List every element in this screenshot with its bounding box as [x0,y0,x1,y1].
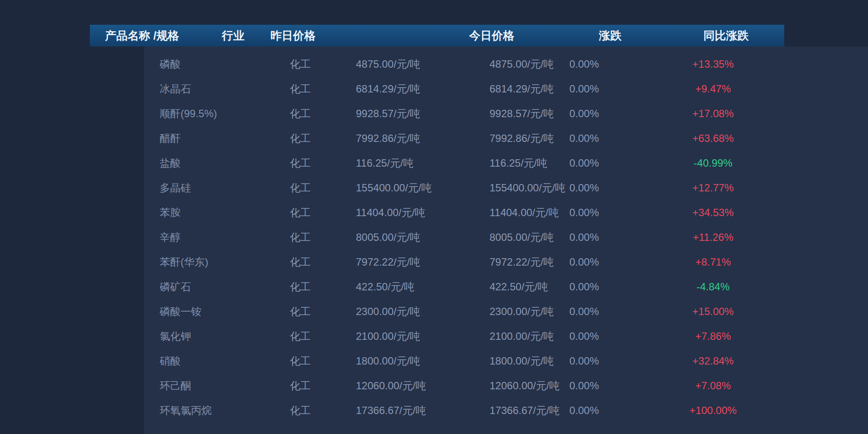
product-name-cell: 苯酐(华东) [160,250,208,274]
table-row: 顺酐(99.5%) 化工 9928.57/元/吨 9928.57/元/吨 0.0… [0,101,868,126]
yoy-change-cell: +100.00% [670,398,756,423]
industry-cell: 化工 [274,373,326,398]
yesterday-price-cell: 116.25/元/吨 [356,151,414,175]
industry-cell: 化工 [274,398,326,423]
table-row: 环氧氯丙烷 化工 17366.67/元/吨 17366.67/元/吨 0.00%… [0,398,868,423]
table-row: 盐酸 化工 116.25/元/吨 116.25/元/吨 0.00% -40.99… [0,151,868,175]
change-cell: 0.00% [558,101,610,126]
header-yesterday-price: 昨日价格 [260,25,326,46]
today-price-cell: 155400.00/元/吨 [490,175,566,200]
header-today-price: 今日价格 [459,25,524,46]
table-row: 苯酐(华东) 化工 7972.22/元/吨 7972.22/元/吨 0.00% … [0,250,868,274]
today-price-cell: 116.25/元/吨 [490,151,547,175]
yesterday-price-cell: 1800.00/元/吨 [356,349,420,373]
yoy-change-cell: +8.71% [670,250,756,274]
today-price-cell: 1800.00/元/吨 [490,349,554,373]
industry-cell: 化工 [274,250,326,274]
today-price-cell: 12060.00/元/吨 [490,373,559,398]
table-row: 醋酐 化工 7992.86/元/吨 7992.86/元/吨 0.00% +63.… [0,126,868,151]
yesterday-price-cell: 17366.67/元/吨 [356,398,426,423]
yesterday-price-cell: 6814.29/元/吨 [356,76,420,101]
header-industry: 行业 [211,25,255,46]
price-dashboard: { "page": { "background": "#1e283c", "pa… [0,0,868,434]
yesterday-price-cell: 422.50/元/吨 [356,274,414,299]
today-price-cell: 422.50/元/吨 [490,274,548,299]
change-cell: 0.00% [558,126,610,151]
change-cell: 0.00% [558,200,610,225]
yesterday-price-cell: 8005.00/元/吨 [356,225,420,250]
today-price-cell: 17366.67/元/吨 [490,398,559,423]
yoy-change-cell: +17.08% [670,101,756,126]
yesterday-price-cell: 12060.00/元/吨 [356,373,426,398]
yesterday-price-cell: 2100.00/元/吨 [356,324,420,349]
product-name-cell: 硝酸 [160,349,181,373]
industry-cell: 化工 [274,126,326,151]
product-name-cell: 磷酸 [160,52,181,76]
yesterday-price-cell: 9928.57/元/吨 [356,101,420,126]
change-cell: 0.00% [558,349,610,373]
product-name-cell: 环氧氯丙烷 [160,398,212,423]
table-row: 磷酸 化工 4875.00/元/吨 4875.00/元/吨 0.00% +13.… [0,52,868,76]
yoy-change-cell: +34.53% [670,200,756,225]
today-price-cell: 7992.86/元/吨 [490,126,554,151]
industry-cell: 化工 [274,52,326,76]
yoy-change-cell: +15.00% [670,299,756,324]
yoy-change-cell: +7.08% [670,373,756,398]
yoy-change-cell: +12.77% [670,175,756,200]
header-yoy-change: 同比涨跌 [694,25,759,46]
product-name-cell: 冰晶石 [160,76,191,101]
product-name-cell: 磷矿石 [160,274,191,299]
yoy-change-cell: +11.26% [670,225,756,250]
change-cell: 0.00% [558,225,610,250]
today-price-cell: 8005.00/元/吨 [490,225,554,250]
yoy-change-cell: -4.84% [670,274,756,299]
product-name-cell: 盐酸 [160,151,181,175]
product-name-cell: 顺酐(99.5%) [160,101,217,126]
change-cell: 0.00% [558,175,610,200]
table-row: 苯胺 化工 11404.00/元/吨 11404.00/元/吨 0.00% +3… [0,200,868,225]
yesterday-price-cell: 2300.00/元/吨 [356,299,420,324]
change-cell: 0.00% [558,52,610,76]
change-cell: 0.00% [558,324,610,349]
industry-cell: 化工 [274,200,326,225]
today-price-cell: 2100.00/元/吨 [490,324,554,349]
product-name-cell: 环己酮 [160,373,191,398]
header-change: 涨跌 [589,25,632,46]
industry-cell: 化工 [274,274,326,299]
product-name-cell: 多晶硅 [160,175,191,200]
yesterday-price-cell: 7972.22/元/吨 [356,250,420,274]
yesterday-price-cell: 155400.00/元/吨 [356,175,432,200]
yoy-change-cell: +63.68% [670,126,756,151]
today-price-cell: 4875.00/元/吨 [490,52,554,76]
table-row: 氯化钾 化工 2100.00/元/吨 2100.00/元/吨 0.00% +7.… [0,324,868,349]
yesterday-price-cell: 7992.86/元/吨 [356,126,420,151]
table-row: 环己酮 化工 12060.00/元/吨 12060.00/元/吨 0.00% +… [0,373,868,398]
change-cell: 0.00% [558,274,610,299]
product-name-cell: 磷酸一铵 [160,299,201,324]
table-row: 多晶硅 化工 155400.00/元/吨 155400.00/元/吨 0.00%… [0,175,868,200]
industry-cell: 化工 [274,349,326,373]
table-row: 磷矿石 化工 422.50/元/吨 422.50/元/吨 0.00% -4.84… [0,274,868,299]
product-name-cell: 氯化钾 [160,324,191,349]
table-rows: 磷酸 化工 4875.00/元/吨 4875.00/元/吨 0.00% +13.… [0,52,868,423]
yesterday-price-cell: 11404.00/元/吨 [356,200,425,225]
change-cell: 0.00% [558,151,610,175]
yoy-change-cell: +9.47% [670,76,756,101]
today-price-cell: 6814.29/元/吨 [490,76,554,101]
change-cell: 0.00% [558,76,610,101]
change-cell: 0.00% [558,373,610,398]
today-price-cell: 7972.22/元/吨 [490,250,554,274]
today-price-cell: 11404.00/元/吨 [490,200,559,225]
table-header: 产品名称 /规格 行业 昨日价格 今日价格 涨跌 同比涨跌 [90,25,784,46]
industry-cell: 化工 [274,101,326,126]
table-row: 辛醇 化工 8005.00/元/吨 8005.00/元/吨 0.00% +11.… [0,225,868,250]
yoy-change-cell: +32.84% [670,349,756,373]
change-cell: 0.00% [558,398,610,423]
yesterday-price-cell: 4875.00/元/吨 [356,52,420,76]
yoy-change-cell: +13.35% [670,52,756,76]
today-price-cell: 9928.57/元/吨 [490,101,554,126]
industry-cell: 化工 [274,225,326,250]
table-row: 磷酸一铵 化工 2300.00/元/吨 2300.00/元/吨 0.00% +1… [0,299,868,324]
change-cell: 0.00% [558,299,610,324]
header-product: 产品名称 /规格 [105,25,179,46]
